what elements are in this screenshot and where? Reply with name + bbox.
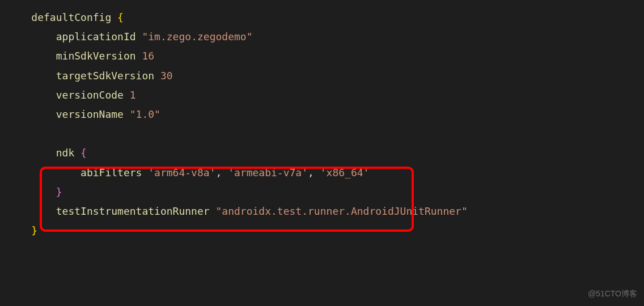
code-line: } bbox=[7, 182, 644, 202]
value-targetsdk: 30 bbox=[154, 70, 173, 82]
key-applicationid: applicationId bbox=[56, 31, 136, 42]
code-line-blank bbox=[7, 124, 644, 143]
value-applicationid: "im.zego.zegodemo" bbox=[136, 31, 253, 42]
key-abifilters: abiFilters bbox=[80, 167, 142, 178]
watermark-text: @51CTO博客 bbox=[588, 286, 637, 301]
key-versionname: versionName bbox=[56, 108, 124, 120]
value-versioncode: 1 bbox=[124, 89, 136, 101]
value-abi2: 'armeabi-v7a' bbox=[222, 167, 308, 178]
brace-close: } bbox=[31, 224, 37, 236]
value-abi3: 'x86_64' bbox=[314, 167, 370, 178]
value-versionname: "1.0" bbox=[124, 108, 160, 120]
code-line: testInstrumentationRunner "androidx.test… bbox=[7, 202, 644, 221]
brace-close: } bbox=[56, 186, 62, 198]
key-ndk: ndk bbox=[56, 147, 75, 159]
code-line: } bbox=[7, 221, 644, 240]
code-line: ndk { bbox=[7, 143, 644, 163]
code-line: defaultConfig { bbox=[7, 8, 644, 27]
brace-open: { bbox=[74, 147, 87, 159]
brace-open: { bbox=[111, 11, 124, 23]
code-line: abiFilters 'arm64-v8a', 'armeabi-v7a', '… bbox=[7, 163, 644, 182]
code-block: defaultConfig { applicationId "im.zego.z… bbox=[7, 8, 644, 240]
value-minsdk: 16 bbox=[136, 50, 155, 62]
value-testrunner: "androidx.test.runner.AndroidJUnitRunner… bbox=[210, 205, 468, 217]
code-line: versionName "1.0" bbox=[7, 105, 644, 124]
code-line: versionCode 1 bbox=[7, 86, 644, 105]
key-versioncode: versionCode bbox=[56, 89, 124, 101]
code-line: applicationId "im.zego.zegodemo" bbox=[7, 27, 644, 46]
code-line: targetSdkVersion 30 bbox=[7, 66, 644, 86]
value-abi1: 'arm64-v8a' bbox=[142, 167, 215, 178]
keyword-defaultconfig: defaultConfig bbox=[31, 11, 111, 23]
key-testrunner: testInstrumentationRunner bbox=[56, 205, 210, 217]
key-targetsdk: targetSdkVersion bbox=[56, 70, 154, 82]
code-line: minSdkVersion 16 bbox=[7, 46, 644, 66]
key-minsdk: minSdkVersion bbox=[56, 50, 136, 62]
